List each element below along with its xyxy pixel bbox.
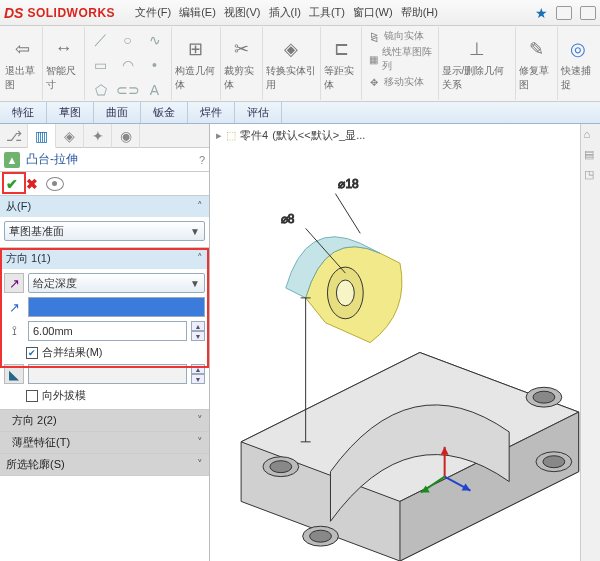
polygon-tool-icon[interactable]: ⬠ — [88, 78, 114, 102]
reverse-icon[interactable]: ↗ — [4, 297, 24, 317]
ribbon-exit-sketch[interactable]: ⇦ 退出草图 — [2, 27, 43, 100]
taskpane-home-icon[interactable]: ⌂ — [584, 128, 598, 142]
circle-tool-icon[interactable]: ○ — [115, 28, 141, 52]
extrude-icon: ▲ — [4, 152, 20, 168]
exit-sketch-label: 退出草图 — [5, 64, 39, 92]
pin-icon[interactable]: ★ — [535, 5, 548, 21]
breadcrumb-part: 零件4 — [240, 128, 268, 143]
chevron-up-icon: ˄ — [197, 200, 203, 213]
ribbon-sketch-tools: ／ ○ ∿ ▭ ◠ • ⬠ ⊂⊃ A — [85, 27, 172, 100]
depth-spinner[interactable]: ▲▼ — [191, 321, 205, 341]
move-icon: ✥ — [367, 75, 381, 89]
menu-edit[interactable]: 编辑(E) — [179, 5, 216, 20]
ribbon-construct[interactable]: ⊞ 构造几何体 — [172, 27, 222, 100]
svg-point-3 — [533, 391, 555, 403]
chevron-down-icon: ▼ — [190, 278, 200, 289]
menu-window[interactable]: 窗口(W) — [353, 5, 393, 20]
task-pane: ⌂ ▤ ◳ — [580, 124, 600, 561]
menu-view[interactable]: 视图(V) — [224, 5, 261, 20]
svg-line-10 — [335, 194, 360, 234]
main-menu: 文件(F) 编辑(E) 视图(V) 插入(I) 工具(T) 窗口(W) 帮助(H… — [135, 5, 438, 20]
repair-icon: ✎ — [524, 36, 550, 62]
extrude-preview — [286, 237, 402, 343]
solidworks-logo: SOLIDWORKS — [27, 6, 115, 20]
chevron-down-icon: ˅ — [197, 414, 203, 427]
direction-reference-field[interactable] — [28, 297, 205, 317]
fm-tab-display-icon[interactable]: ◉ — [112, 124, 140, 148]
menu-insert[interactable]: 插入(I) — [269, 5, 301, 20]
ribbon-quick-snap[interactable]: ◎ 快速捕捉 — [558, 27, 598, 100]
chevron-down-icon: ˅ — [197, 436, 203, 449]
draft-outward-checkbox[interactable]: 向外拔模 — [4, 388, 205, 403]
fm-tab-dim-icon[interactable]: ✦ — [84, 124, 112, 148]
draft-icon[interactable]: ◣ — [4, 364, 24, 384]
move-entity[interactable]: ✥移动实体 — [367, 75, 424, 89]
svg-point-9 — [336, 280, 354, 306]
spline-tool-icon[interactable]: ∿ — [142, 28, 168, 52]
direction-icon[interactable]: ↗ — [4, 273, 24, 293]
merge-result-checkbox[interactable]: ✔ 合并结果(M) — [4, 345, 205, 360]
point-tool-icon[interactable]: • — [142, 53, 168, 77]
help-icon[interactable]: ? — [199, 154, 205, 166]
ribbon-repair[interactable]: ✎ 修复草图 — [516, 27, 557, 100]
ok-button[interactable]: ✔ — [6, 176, 18, 192]
svg-point-5 — [310, 530, 332, 542]
tab-sheetmetal[interactable]: 钣金 — [141, 102, 188, 123]
tab-weldment[interactable]: 焊件 — [188, 102, 235, 123]
convert-icon: ◈ — [278, 36, 304, 62]
fm-tab-tree-icon[interactable]: ⎇ — [0, 124, 28, 148]
breadcrumb-config: (默认<<默认>_显... — [272, 128, 365, 143]
draft-spinner[interactable]: ▲▼ — [191, 364, 205, 384]
depth-field[interactable]: 6.00mm — [28, 321, 187, 341]
breadcrumb-arrow-icon: ▸ — [216, 129, 222, 142]
from-header[interactable]: 从(F)˄ — [0, 196, 209, 217]
rect-tool-icon[interactable]: ▭ — [88, 53, 114, 77]
preview-toggle[interactable] — [46, 177, 64, 191]
arc-tool-icon[interactable]: ◠ — [115, 53, 141, 77]
ribbon-relations[interactable]: ⊥ 显示/删除几何关系 — [439, 27, 517, 100]
snap-icon: ◎ — [565, 36, 591, 62]
tab-surface[interactable]: 曲面 — [94, 102, 141, 123]
slot-tool-icon[interactable]: ⊂⊃ — [115, 78, 141, 102]
mirror-entity[interactable]: ⧎镜向实体 — [367, 29, 424, 43]
dir2-header[interactable]: 方向 2(2)˅ — [0, 410, 209, 431]
trim-label: 裁剪实体 — [224, 64, 258, 92]
tab-sketch[interactable]: 草图 — [47, 102, 94, 123]
offset-icon: ⊏ — [328, 36, 354, 62]
title-bar: DS SOLIDWORKS 文件(F) 编辑(E) 视图(V) 插入(I) 工具… — [0, 0, 600, 26]
menu-tools[interactable]: 工具(T) — [309, 5, 345, 20]
menu-file[interactable]: 文件(F) — [135, 5, 171, 20]
draft-angle-field[interactable] — [28, 364, 187, 384]
smart-dim-icon: ↔ — [50, 36, 76, 62]
tab-feature[interactable]: 特征 — [0, 102, 47, 123]
from-select[interactable]: 草图基准面▼ — [4, 221, 205, 241]
menu-help[interactable]: 帮助(H) — [401, 5, 438, 20]
thin-header[interactable]: 薄壁特征(T)˅ — [0, 432, 209, 453]
breadcrumb[interactable]: ▸ ⬚ 零件4 (默认<<默认>_显... — [216, 128, 365, 143]
graphics-viewport[interactable]: ▸ ⬚ 零件4 (默认<<默认>_显... — [210, 124, 580, 561]
dir1-header[interactable]: 方向 1(1)˄ — [0, 248, 209, 269]
linear-pattern[interactable]: ▦线性草图阵列 — [367, 45, 432, 73]
selected-contours-header[interactable]: 所选轮廓(S)˅ — [0, 454, 209, 475]
text-tool-icon[interactable]: A — [142, 78, 168, 102]
taskpane-lib-icon[interactable]: ▤ — [584, 148, 598, 162]
fm-tab-property-icon[interactable]: ▥ — [28, 124, 56, 148]
fm-tab-config-icon[interactable]: ◈ — [56, 124, 84, 148]
win-button-2[interactable] — [580, 6, 596, 20]
checkbox-checked-icon: ✔ — [26, 347, 38, 359]
tab-evaluate[interactable]: 评估 — [235, 102, 282, 123]
svg-text:⌀8: ⌀8 — [281, 212, 295, 226]
feature-name: 凸台-拉伸 — [26, 151, 193, 168]
chevron-up-icon: ˄ — [197, 252, 203, 265]
cancel-button[interactable]: ✖ — [26, 176, 38, 192]
ribbon-offset[interactable]: ⊏ 等距实体 — [321, 27, 362, 100]
taskpane-view-icon[interactable]: ◳ — [584, 168, 598, 182]
ribbon-convert[interactable]: ◈ 转换实体引用 — [263, 27, 321, 100]
end-condition-select[interactable]: 给定深度▼ — [28, 273, 205, 293]
model-view[interactable]: ⌀18 ⌀8 — [210, 144, 580, 561]
line-tool-icon[interactable]: ／ — [88, 28, 114, 52]
ribbon-trim[interactable]: ✂ 裁剪实体 — [221, 27, 262, 100]
property-manager: ⎇ ▥ ◈ ✦ ◉ ▲ 凸台-拉伸 ? ✔ ✖ 从(F)˄ 草图基准面▼ — [0, 124, 210, 561]
ribbon-smart-dim[interactable]: ↔ 智能尺寸 — [43, 27, 84, 100]
win-button-1[interactable] — [556, 6, 572, 20]
